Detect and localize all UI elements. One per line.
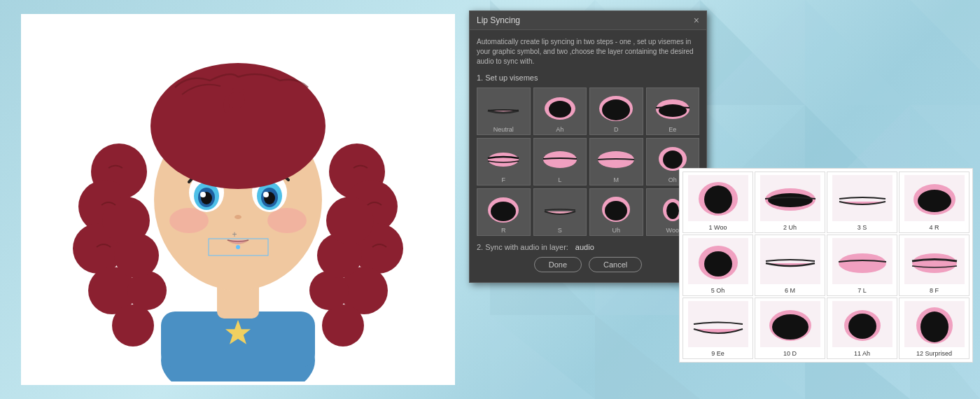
viseme-uh[interactable]: Uh <box>589 188 643 236</box>
svg-point-79 <box>488 153 519 167</box>
dialog-body: Automatically create lip syncing in two … <box>470 30 706 282</box>
svg-marker-3 <box>805 0 910 105</box>
viseme-ee-label: Ee <box>668 126 676 133</box>
svg-point-71 <box>549 101 571 118</box>
svg-point-114 <box>912 253 957 273</box>
svg-point-89 <box>491 202 516 221</box>
ext-viseme-9-ee[interactable]: 9 Ee <box>682 298 753 359</box>
ext-viseme-7-l[interactable]: 7 L <box>827 234 897 296</box>
done-button[interactable]: Done <box>534 257 582 272</box>
viseme-ee-img <box>649 90 696 125</box>
viseme-d[interactable]: D <box>589 88 643 135</box>
ext-viseme-12-surprised[interactable]: 12 Surprised <box>899 298 969 359</box>
svg-point-96 <box>666 202 679 219</box>
viseme-r-label: R <box>501 227 506 234</box>
ext-viseme-11-ah[interactable]: 11 Ah <box>827 298 897 359</box>
ext-viseme-8-f[interactable]: 8 F <box>899 234 969 296</box>
extended-viseme-grid: 1 Woo 2 Uh 3 S 4 R 5 Oh <box>682 172 969 359</box>
character-illustration: + <box>21 14 455 385</box>
svg-point-35 <box>267 208 307 233</box>
viseme-s[interactable]: S <box>533 188 587 236</box>
viseme-f-img <box>479 140 527 175</box>
ext-viseme-2-uh[interactable]: 2 Uh <box>755 172 825 233</box>
viseme-uh-img <box>592 190 640 225</box>
ext-viseme-9-ee-img <box>687 300 750 349</box>
ext-viseme-5-oh[interactable]: 5 Oh <box>682 234 753 296</box>
section1-label: 1. Set up visemes <box>477 74 699 82</box>
svg-point-46 <box>234 215 241 219</box>
ext-viseme-3-s[interactable]: 3 S <box>827 172 897 233</box>
svg-point-124 <box>920 312 948 342</box>
viseme-r[interactable]: R <box>477 188 531 236</box>
svg-marker-14 <box>490 315 595 399</box>
svg-point-99 <box>704 186 732 214</box>
svg-rect-68 <box>481 91 526 123</box>
svg-point-121 <box>848 314 876 339</box>
svg-point-67 <box>236 245 240 249</box>
svg-marker-4 <box>910 0 980 70</box>
viseme-f[interactable]: F <box>477 138 531 186</box>
svg-point-34 <box>169 208 209 233</box>
ext-viseme-8-f-label: 8 F <box>930 287 939 294</box>
svg-point-40 <box>200 192 206 197</box>
lip-sync-dialog: Lip Syncing × Automatically create lip s… <box>469 10 707 283</box>
svg-point-64 <box>228 92 245 108</box>
ext-viseme-1-woo[interactable]: 1 Woo <box>682 172 753 233</box>
viseme-m-label: M <box>614 176 620 183</box>
ext-viseme-7-l-img <box>831 237 894 286</box>
svg-point-77 <box>659 104 687 117</box>
ext-viseme-7-l-label: 7 L <box>858 287 867 294</box>
svg-point-81 <box>543 151 577 168</box>
ext-viseme-8-f-img <box>903 237 966 286</box>
ext-viseme-4-r-img <box>903 174 966 223</box>
viseme-uh-label: Uh <box>612 227 620 234</box>
ext-viseme-12-surprised-label: 12 Surprised <box>916 350 952 357</box>
ext-viseme-2-uh-label: 2 Uh <box>783 224 797 231</box>
viseme-l[interactable]: L <box>533 138 587 186</box>
viseme-r-img <box>479 190 527 225</box>
audio-section-label: 2. Sync with audio in layer: <box>477 243 568 251</box>
ext-viseme-9-ee-label: 9 Ee <box>711 350 724 357</box>
viseme-neutral[interactable]: Neutral <box>477 88 531 135</box>
audio-row: 2. Sync with audio in layer: audio <box>477 243 699 251</box>
svg-point-74 <box>602 99 630 120</box>
svg-rect-90 <box>538 192 582 224</box>
ext-viseme-2-uh-img <box>759 174 822 223</box>
viseme-m[interactable]: M <box>589 138 643 186</box>
ext-viseme-3-s-img <box>831 174 894 223</box>
viseme-neutral-img <box>479 90 527 125</box>
ext-viseme-6-m-label: 6 M <box>785 287 795 294</box>
svg-point-109 <box>704 251 732 276</box>
viseme-l-label: L <box>558 176 561 183</box>
viseme-l-img <box>536 140 584 175</box>
dialog-description: Automatically create lip syncing in two … <box>477 37 699 66</box>
ext-viseme-6-m[interactable]: 6 M <box>755 234 825 296</box>
ext-viseme-4-r[interactable]: 4 R <box>899 172 969 233</box>
cancel-button[interactable]: Cancel <box>589 257 642 272</box>
ext-viseme-10-d-label: 10 D <box>783 350 797 357</box>
ext-viseme-3-s-label: 3 S <box>858 224 867 231</box>
svg-point-86 <box>663 150 682 169</box>
audio-value: audio <box>575 243 594 251</box>
svg-point-45 <box>263 192 269 197</box>
dialog-titlebar: Lip Syncing × <box>470 11 706 30</box>
svg-rect-30 <box>161 312 315 368</box>
close-icon[interactable]: × <box>694 15 699 25</box>
extended-viseme-panel: 1 Woo 2 Uh 3 S 4 R 5 Oh <box>679 168 973 363</box>
ext-viseme-1-woo-label: 1 Woo <box>709 224 727 231</box>
ext-viseme-10-d-img <box>759 300 822 349</box>
svg-point-112 <box>839 253 886 273</box>
svg-text:+: + <box>232 230 237 239</box>
viseme-d-label: D <box>614 126 619 133</box>
ext-viseme-11-ah-label: 11 Ah <box>854 350 870 357</box>
ext-viseme-12-surprised-img <box>903 300 966 349</box>
viseme-ah[interactable]: Ah <box>533 88 587 135</box>
svg-point-106 <box>918 190 951 212</box>
viseme-ee[interactable]: Ee <box>646 88 700 135</box>
svg-marker-9 <box>910 105 980 175</box>
svg-point-60 <box>322 304 364 346</box>
ext-viseme-5-oh-label: 5 Oh <box>711 287 725 294</box>
ext-viseme-10-d[interactable]: 10 D <box>755 298 825 359</box>
viseme-s-img <box>536 190 584 225</box>
svg-point-93 <box>605 201 627 220</box>
